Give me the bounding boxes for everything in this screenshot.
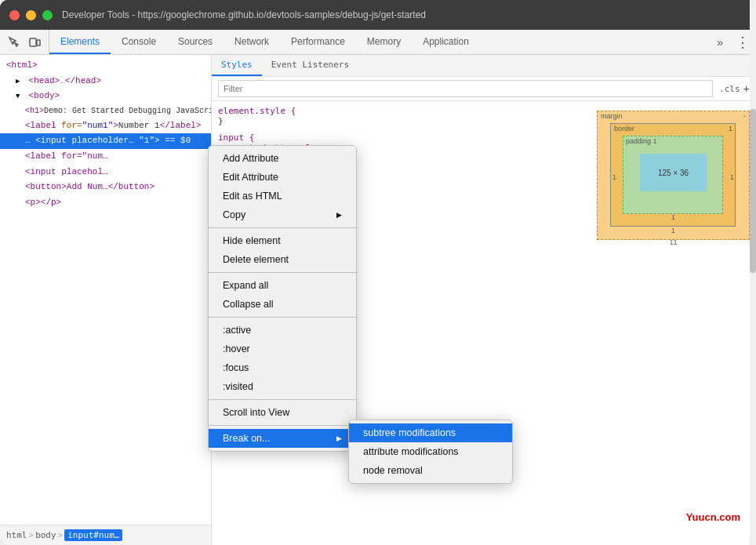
- submenu-node[interactable]: node removal: [349, 461, 512, 480]
- break-on-submenu: subtree modifications attribute modifica…: [348, 420, 513, 484]
- styles-tab-styles[interactable]: Styles: [212, 55, 262, 76]
- menu-active[interactable]: :active: [209, 321, 356, 340]
- triangle-body: [16, 89, 24, 104]
- breadcrumb-input[interactable]: input#num…: [64, 529, 122, 541]
- menu-collapse-all[interactable]: Collapse all: [209, 295, 356, 314]
- menu-divider-5: [209, 425, 356, 426]
- menu-scroll-into-view[interactable]: Scroll into View: [209, 403, 356, 422]
- minimize-button[interactable]: [26, 10, 36, 20]
- padding-label: padding 1: [626, 137, 657, 145]
- border-top-value: 1: [729, 125, 732, 133]
- svg-rect-1: [37, 40, 40, 45]
- styles-filter-input[interactable]: [218, 80, 713, 97]
- css-rule-element-style: element.style { }: [218, 106, 584, 126]
- menu-visited[interactable]: :visited: [209, 377, 356, 396]
- menu-divider-2: [209, 272, 356, 273]
- dom-content: <html> <head>…</head> <body> <h1>Demo: G…: [0, 55, 211, 525]
- breadcrumb-body[interactable]: body: [35, 530, 56, 540]
- styles-tabs: Styles Event Listeners: [212, 55, 756, 77]
- watermark: Yuucn.com: [686, 511, 740, 523]
- dom-head-tag[interactable]: <head>…</head>: [0, 74, 211, 89]
- add-style-button[interactable]: +: [743, 82, 750, 95]
- menu-add-attribute[interactable]: Add Attribute: [209, 149, 356, 168]
- dom-button-tag[interactable]: <button>Add Num…</button>: [0, 180, 211, 195]
- dom-p-tag[interactable]: <p></p>: [0, 195, 211, 211]
- margin-top-value: -: [743, 112, 746, 120]
- tab-memory[interactable]: Memory: [356, 30, 412, 54]
- tab-application[interactable]: Application: [412, 30, 480, 54]
- menu-focus[interactable]: :focus: [209, 358, 356, 377]
- context-menu: Add Attribute Edit Attribute Edit as HTM…: [208, 145, 357, 452]
- menu-edit-attribute[interactable]: Edit Attribute: [209, 168, 356, 187]
- submenu-attribute[interactable]: attribute modifications: [349, 442, 512, 461]
- border-right-value: 1: [730, 173, 734, 181]
- submenu-subtree[interactable]: subtree modifications: [349, 423, 512, 442]
- padding-bottom-value: 1: [671, 213, 675, 221]
- device-icon[interactable]: [27, 35, 42, 50]
- margin-label: margin: [601, 112, 623, 120]
- devtools-toolbar: Elements Console Sources Network Perform…: [0, 30, 756, 55]
- dom-h1-tag[interactable]: <h1>Demo: Get Started Debugging JavaScri…: [0, 104, 211, 118]
- close-button[interactable]: [9, 10, 20, 20]
- tab-sources[interactable]: Sources: [167, 30, 224, 54]
- tab-elements[interactable]: Elements: [49, 30, 111, 54]
- border-left-value: 1: [612, 173, 616, 181]
- tab-performance[interactable]: Performance: [280, 30, 356, 54]
- menu-copy[interactable]: Copy: [209, 205, 356, 224]
- svg-rect-0: [30, 38, 36, 46]
- dom-label2-tag[interactable]: <label for="num…: [0, 149, 211, 165]
- border-bottom-value: 1: [671, 227, 675, 234]
- breadcrumb-html[interactable]: html: [6, 530, 27, 540]
- menu-break-on[interactable]: Break on...: [209, 429, 356, 448]
- traffic-lights: [9, 10, 53, 20]
- menu-edit-html[interactable]: Edit as HTML: [209, 187, 356, 205]
- dom-input1-tag[interactable]: … <input placeholder… "1"> == $0: [0, 133, 211, 149]
- maximize-button[interactable]: [42, 10, 53, 20]
- cls-button[interactable]: .cls: [719, 84, 740, 94]
- styles-toolbar: .cls +: [212, 77, 756, 101]
- breadcrumb: html > body > input#num…: [0, 525, 211, 545]
- menu-divider-4: [209, 399, 356, 400]
- menu-divider-3: [209, 317, 356, 318]
- inspect-icon[interactable]: [6, 35, 22, 50]
- more-tabs-button[interactable]: »: [711, 30, 729, 54]
- toolbar-icon-group: [0, 30, 49, 54]
- dom-body-tag[interactable]: <body>: [0, 89, 211, 104]
- triangle-head: [16, 74, 24, 89]
- titlebar: Developer Tools - https://googlechrome.g…: [0, 0, 756, 30]
- outer-number: 11: [669, 238, 677, 246]
- tab-network[interactable]: Network: [224, 30, 280, 54]
- dom-panel: <html> <head>…</head> <body> <h1>Demo: G…: [0, 55, 212, 545]
- content-size: 125 × 36: [658, 169, 689, 177]
- box-model-container: margin - 11 border 1 1 1 padding 1: [591, 101, 756, 254]
- menu-hover[interactable]: :hover: [209, 340, 356, 358]
- menu-delete-element[interactable]: Delete element: [209, 250, 356, 269]
- box-model: margin - 11 border 1 1 1 padding 1: [597, 111, 750, 248]
- menu-divider-1: [209, 227, 356, 228]
- dom-label1-tag[interactable]: <label for="num1">Number 1</label>: [0, 118, 211, 134]
- dom-html-tag[interactable]: <html>: [0, 58, 211, 74]
- tab-console[interactable]: Console: [111, 30, 167, 54]
- border-label: border: [614, 125, 634, 133]
- content-layer: 125 × 36: [640, 154, 707, 191]
- menu-expand-all[interactable]: Expand all: [209, 276, 356, 295]
- menu-hide-element[interactable]: Hide element: [209, 231, 356, 250]
- styles-tab-event-listeners[interactable]: Event Listeners: [262, 55, 358, 76]
- window-title: Developer Tools - https://googlechrome.g…: [62, 9, 747, 20]
- dom-input2-tag[interactable]: <input placehol…: [0, 165, 211, 180]
- devtools-tabs: Elements Console Sources Network Perform…: [49, 30, 711, 54]
